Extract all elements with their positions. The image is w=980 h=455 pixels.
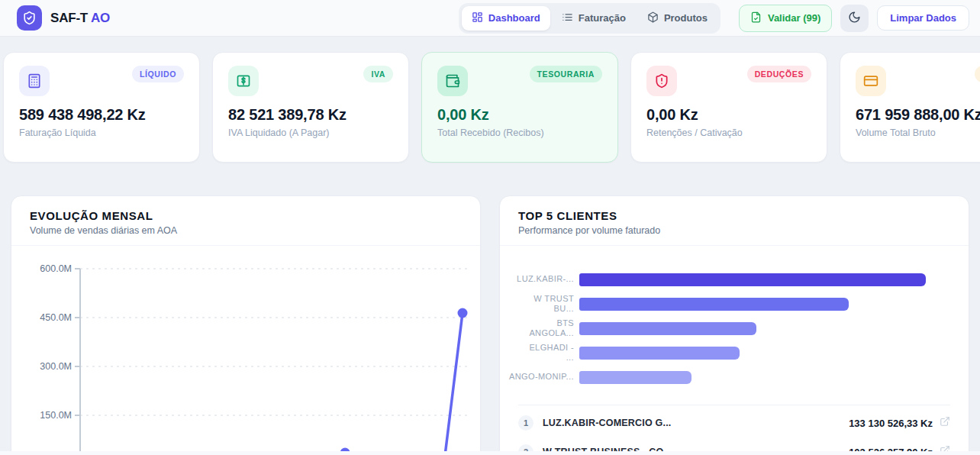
bar-track: [579, 322, 926, 335]
evolucao-panel-header: EVOLUÇÃO MENSAL Volume de vendas diárias…: [11, 196, 480, 246]
header-actions: Validar (99) Limpar Dados: [739, 5, 969, 32]
app-title: SAF-T AO: [50, 11, 110, 26]
bar-row: LUZ.KABIR-...: [506, 267, 926, 292]
panels-row: EVOLUÇÃO MENSAL Volume de vendas diárias…: [0, 195, 980, 455]
kpi-label: Total Recebido (Recibos): [437, 127, 602, 138]
kpi-badge: DEDUÇÕES: [747, 66, 811, 82]
tab-produtos[interactable]: Produtos: [637, 6, 717, 31]
kpi-badge: BRUTO: [975, 66, 980, 82]
monthly-evolution-line-chart: 600.0M450.0M300.0M150.0M: [11, 246, 480, 455]
bottom-strip: [0, 451, 980, 455]
kpi-badge: LÍQUIDO: [132, 66, 184, 82]
bar-fill[interactable]: [579, 371, 691, 384]
kpi-badge: TESOURARIA: [530, 66, 602, 82]
shield-check-logo-icon: [17, 5, 42, 31]
kpi-card-iva-liquidado-a-pagar-: IVA82 521 389,78 KzIVA Liquidado (A Paga…: [212, 52, 409, 163]
top-clientes-panel-subtitle: Performance por volume faturado: [518, 225, 950, 236]
kpi-label: Retenções / Cativação: [646, 127, 811, 138]
top-clients-bar-chart: LUZ.KABIR-...W TRUSTBU...BTSANGOLA...ELG…: [500, 246, 969, 397]
kpi-value: 671 959 888,00 Kz: [856, 106, 980, 124]
kpi-cards-row: LÍQUIDO589 438 498,22 KzFaturação Líquid…: [0, 37, 980, 163]
kpi-card-reten-es-cativa-o: DEDUÇÕES0,00 KzRetenções / Cativação: [630, 52, 827, 163]
bar-fill[interactable]: [579, 322, 756, 335]
bar-row: BTSANGOLA...: [506, 316, 926, 340]
saft-dashboard: SAF-T AO DashboardFaturaçãoProdutos Vali…: [0, 0, 980, 455]
top-clientes-panel-title: TOP 5 CLIENTES: [518, 209, 950, 222]
top-clientes-panel: TOP 5 CLIENTES Performance por volume fa…: [499, 195, 969, 455]
moon-icon: [848, 11, 861, 26]
kpi-card-total-recebido-recibos-: TESOURARIA0,00 KzTotal Recebido (Recibos…: [421, 52, 618, 163]
kpi-value: 0,00 Kz: [646, 106, 811, 124]
bar-track: [579, 273, 926, 286]
tab-dashboard[interactable]: Dashboard: [462, 6, 550, 31]
nav-tabs: DashboardFaturaçãoProdutos: [459, 3, 720, 34]
kpi-badge: IVA: [363, 66, 393, 82]
kpi-label: Faturação Líquida: [19, 127, 184, 138]
wallet-icon: [437, 66, 468, 96]
kpi-card-fatura-o-l-quida: LÍQUIDO589 438 498,22 KzFaturação Líquid…: [3, 52, 200, 163]
bar-track: [579, 371, 926, 384]
evolucao-panel-subtitle: Volume de vendas diárias em AOA: [30, 225, 462, 236]
kpi-card-volume-total-bruto: BRUTO671 959 888,00 KzVolume Total Bruto: [840, 52, 980, 163]
bar-row: ANGO-MONIP...: [506, 365, 926, 389]
top-clientes-panel-header: TOP 5 CLIENTES Performance por volume fa…: [500, 196, 969, 246]
dollar-banknote-icon: [228, 66, 259, 96]
evolucao-panel-title: EVOLUÇÃO MENSAL: [30, 209, 462, 222]
kpi-label: Volume Total Bruto: [856, 127, 980, 138]
client-value: 133 130 526,33 Kz: [849, 418, 933, 429]
svg-text:150.0M: 150.0M: [40, 410, 72, 421]
bar-fill[interactable]: [579, 273, 926, 286]
bar-fill[interactable]: [579, 298, 849, 311]
kpi-value: 0,00 Kz: [437, 106, 602, 124]
external-link-icon[interactable]: [940, 416, 950, 430]
bar-category-label: ANGO-MONIP...: [506, 372, 579, 382]
svg-text:300.0M: 300.0M: [40, 361, 72, 372]
client-name: LUZ.KABIR-COMERCIO G...: [543, 418, 671, 428]
top-bar: SAF-T AO DashboardFaturaçãoProdutos Vali…: [0, 0, 980, 37]
bar-category-label: LUZ.KABIR-...: [506, 274, 579, 284]
bar-track: [579, 298, 926, 311]
bar-row: W TRUSTBU...: [506, 292, 926, 316]
credit-card-icon: [856, 66, 886, 96]
svg-text:450.0M: 450.0M: [40, 312, 72, 323]
kpi-value: 589 438 498,22 Kz: [19, 106, 184, 124]
top-clients-list: 1LUZ.KABIR-COMERCIO G...133 130 526,33 K…: [518, 405, 950, 455]
svg-text:600.0M: 600.0M: [40, 263, 72, 274]
list-icon: [562, 11, 573, 25]
bar-category-label: ELGHADI -...: [506, 343, 579, 363]
kpi-label: IVA Liquidado (A Pagar): [228, 127, 393, 138]
app-title-suffix: AO: [91, 11, 110, 25]
layout-dashboard-icon: [472, 11, 483, 25]
theme-toggle-button[interactable]: [840, 5, 869, 32]
bar-row: ELGHADI -...: [506, 340, 926, 365]
client-list-item[interactable]: 1LUZ.KABIR-COMERCIO G...133 130 526,33 K…: [518, 408, 950, 437]
tab-faturação[interactable]: Faturação: [552, 6, 636, 31]
package-icon: [647, 11, 659, 25]
shield-alert-icon: [646, 66, 677, 96]
bar-category-label: W TRUSTBU...: [506, 294, 579, 314]
file-check-icon: [750, 11, 762, 25]
clear-data-button[interactable]: Limpar Dados: [877, 5, 969, 31]
evolucao-mensal-panel: EVOLUÇÃO MENSAL Volume de vendas diárias…: [11, 195, 481, 455]
bar-category-label: BTSANGOLA...: [506, 318, 579, 338]
rank-badge: 1: [518, 415, 534, 431]
brand: SAF-T AO: [17, 5, 110, 31]
calculator-icon: [19, 66, 50, 96]
kpi-value: 82 521 389,78 Kz: [228, 106, 393, 124]
validate-button[interactable]: Validar (99): [739, 5, 832, 32]
bar-track: [579, 347, 926, 360]
bar-fill[interactable]: [579, 347, 740, 360]
